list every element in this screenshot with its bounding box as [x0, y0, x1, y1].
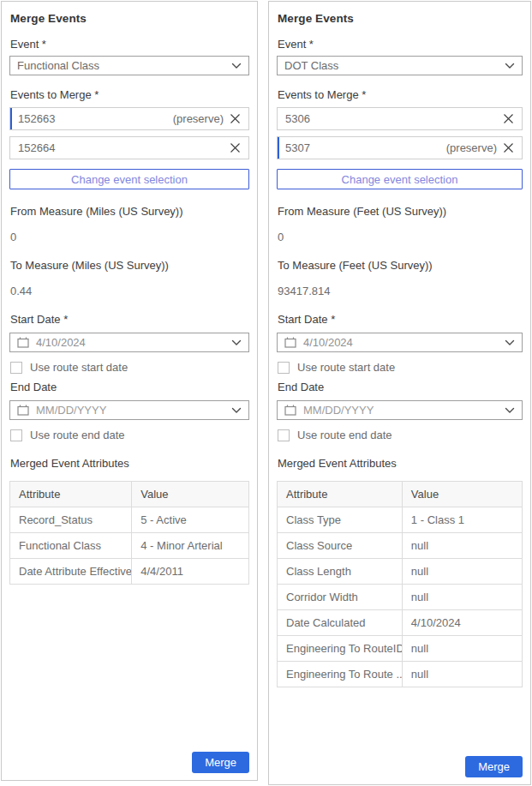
close-icon[interactable]: [230, 113, 241, 124]
value-cell: null: [402, 559, 522, 585]
events-to-merge-label: Events to Merge *: [10, 88, 249, 101]
merged-event-attributes-title: Merged Event Attributes: [278, 457, 523, 470]
value-cell: 4 - Minor Arterial: [132, 533, 249, 559]
event-id: 5307: [285, 141, 446, 154]
table-row: Functional Class 4 - Minor Arterial: [10, 533, 249, 559]
end-date-label: End Date: [10, 381, 249, 393]
close-icon[interactable]: [503, 142, 514, 153]
from-measure-label: From Measure (Miles (US Survey)): [10, 205, 249, 218]
checkbox-label: Use route start date: [30, 361, 128, 374]
value-cell: 5 - Active: [132, 507, 249, 533]
merged-event-attributes-table: Attribute Value Class Type 1 - Class 1 C…: [277, 481, 523, 687]
value-cell: 4/10/2024: [402, 610, 522, 636]
close-icon[interactable]: [503, 113, 514, 124]
column-header-attribute: Attribute: [278, 482, 403, 507]
checkbox-icon: [278, 362, 290, 374]
end-date-value: MM/DD/YYYY: [36, 404, 231, 417]
attribute-cell: Class Length: [278, 559, 403, 585]
checkbox-label: Use route end date: [297, 429, 392, 441]
page-title: Merge Events: [278, 12, 523, 25]
end-date-input[interactable]: MM/DD/YYYY: [277, 400, 523, 420]
use-route-start-date-checkbox[interactable]: Use route start date: [278, 361, 523, 374]
use-route-start-date-checkbox[interactable]: Use route start date: [10, 361, 249, 374]
column-header-value: Value: [132, 482, 249, 507]
table-row: Engineering To Route ... null: [278, 662, 523, 687]
to-measure-label: To Measure (Feet (US Survey)): [278, 259, 523, 272]
change-event-selection-button[interactable]: Change event selection: [9, 169, 249, 189]
event-to-merge-item: 5307 (preserve): [277, 136, 523, 159]
attribute-cell: Engineering To Route ...: [278, 662, 403, 687]
table-row: Class Type 1 - Class 1: [278, 507, 523, 533]
attribute-cell: Functional Class: [10, 533, 132, 559]
table-row: Class Length null: [278, 559, 523, 585]
value-cell: 4/4/2011: [132, 559, 249, 585]
chevron-down-icon: [505, 407, 515, 414]
use-route-end-date-checkbox[interactable]: Use route end date: [278, 429, 523, 441]
event-to-merge-item: 152664: [9, 136, 249, 159]
event-select[interactable]: DOT Class: [277, 56, 523, 75]
to-measure-value: 93417.814: [278, 285, 523, 297]
event-select-value: Functional Class: [17, 59, 231, 72]
event-to-merge-item: 5306: [277, 107, 523, 130]
merge-events-app: Merge Events Event * Functional Class Ev…: [0, 0, 532, 786]
event-to-merge-item: 152663 (preserve): [9, 107, 249, 130]
column-header-attribute: Attribute: [10, 482, 132, 507]
merge-events-panel-right: Merge Events Event * DOT Class Events to…: [268, 1, 531, 785]
event-select[interactable]: Functional Class: [9, 56, 249, 75]
attribute-cell: Record_Status: [10, 507, 132, 533]
calendar-icon: [17, 337, 29, 348]
start-date-value: 4/10/2024: [303, 336, 505, 349]
event-label: Event *: [278, 38, 523, 51]
table-row: Date Calculated 4/10/2024: [278, 610, 523, 636]
merge-button[interactable]: Merge: [192, 752, 249, 773]
merge-events-panel-left: Merge Events Event * Functional Class Ev…: [1, 1, 258, 781]
events-to-merge-label: Events to Merge *: [278, 88, 523, 101]
from-measure-label: From Measure (Feet (US Survey)): [278, 205, 523, 218]
preserve-label: (preserve): [446, 141, 497, 154]
chevron-down-icon: [231, 339, 242, 346]
value-cell: null: [402, 585, 522, 610]
chevron-down-icon: [505, 339, 515, 346]
column-header-value: Value: [402, 482, 522, 507]
table-header-row: Attribute Value: [10, 482, 249, 507]
attribute-cell: Class Source: [278, 533, 403, 559]
start-date-input[interactable]: 4/10/2024: [9, 333, 249, 352]
attribute-cell: Date Attribute Effective: [10, 559, 132, 585]
start-date-label: Start Date *: [10, 313, 249, 326]
attribute-cell: Class Type: [278, 507, 403, 533]
calendar-icon: [284, 405, 296, 416]
change-event-selection-button[interactable]: Change event selection: [277, 169, 523, 189]
from-measure-value: 0: [278, 231, 523, 243]
checkbox-icon: [10, 362, 22, 374]
calendar-icon: [17, 405, 29, 416]
checkbox-label: Use route end date: [30, 429, 125, 441]
chevron-down-icon: [231, 63, 242, 69]
merged-event-attributes-table: Attribute Value Record_Status 5 - Active…: [9, 481, 249, 585]
checkbox-icon: [10, 429, 22, 441]
value-cell: null: [402, 533, 522, 559]
value-cell: null: [402, 662, 522, 687]
event-select-value: DOT Class: [284, 59, 505, 72]
start-date-input[interactable]: 4/10/2024: [277, 333, 523, 352]
event-id: 152663: [18, 112, 173, 125]
preserve-label: (preserve): [173, 112, 224, 125]
to-measure-label: To Measure (Miles (US Survey)): [10, 259, 249, 272]
table-row: Engineering To RouteID null: [278, 636, 523, 662]
event-id: 152664: [18, 141, 224, 154]
chevron-down-icon: [231, 407, 242, 414]
value-cell: null: [402, 636, 522, 662]
event-id: 5306: [285, 112, 497, 125]
checkbox-label: Use route start date: [297, 361, 395, 374]
page-title: Merge Events: [10, 12, 249, 25]
use-route-end-date-checkbox[interactable]: Use route end date: [10, 429, 249, 441]
start-date-label: Start Date *: [278, 313, 523, 326]
panel-footer: Merge: [9, 752, 249, 776]
attribute-cell: Engineering To RouteID: [278, 636, 403, 662]
attribute-cell: Corridor Width: [278, 585, 403, 610]
merge-button[interactable]: Merge: [465, 756, 523, 777]
start-date-value: 4/10/2024: [36, 336, 231, 349]
end-date-input[interactable]: MM/DD/YYYY: [9, 400, 249, 420]
table-row: Record_Status 5 - Active: [10, 507, 249, 533]
from-measure-value: 0: [10, 231, 249, 243]
close-icon[interactable]: [230, 142, 241, 153]
